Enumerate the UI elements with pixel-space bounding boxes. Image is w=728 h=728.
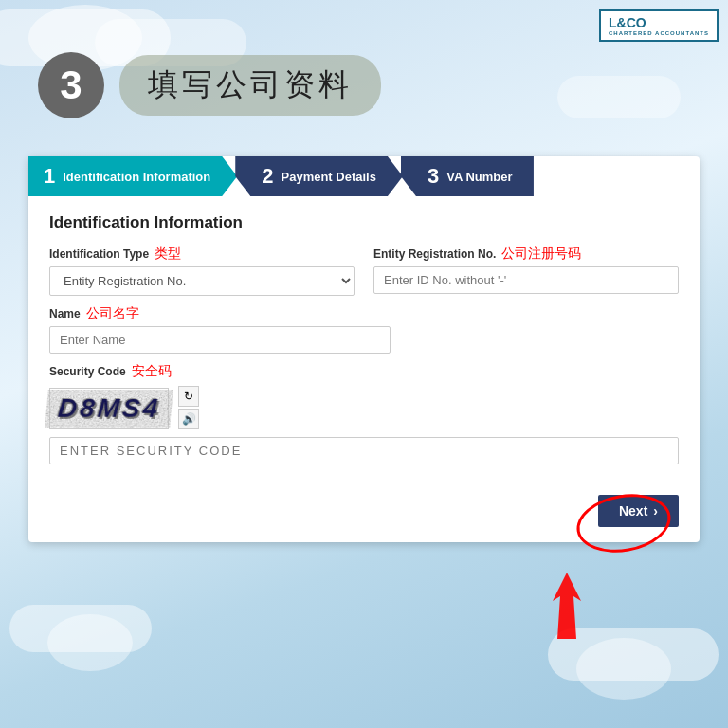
step-heading: 3 填写公司资料	[38, 52, 381, 118]
captcha-refresh-btn[interactable]: ↻	[178, 386, 199, 407]
form-body: Identification Information Identificatio…	[28, 196, 700, 485]
entity-reg-input[interactable]	[373, 266, 679, 294]
tab-payment[interactable]: 2 Payment Details	[235, 156, 403, 196]
form-row-1: Identification Type 类型 Entity Registrati…	[49, 246, 679, 296]
entity-reg-label: Entity Registration No. 公司注册号码	[373, 246, 679, 263]
security-code-section: Security Code 安全码 D8MS4 ↻ 🔊	[49, 363, 679, 464]
logo-text: L&CO	[609, 15, 709, 30]
security-annotation: 安全码	[132, 363, 172, 380]
tab-2-label: Payment Details	[282, 170, 376, 184]
entity-reg-annotation: 公司注册号码	[501, 246, 581, 263]
name-input[interactable]	[49, 326, 391, 354]
security-label: Security Code 安全码	[49, 363, 679, 380]
next-button[interactable]: Next ›	[598, 495, 679, 527]
tab-2-number: 2	[262, 164, 273, 189]
id-type-annotation: 类型	[155, 246, 181, 263]
form-card: 1 Identification Information 2 Payment D…	[28, 156, 700, 542]
id-type-select[interactable]: Entity Registration No. NRIC Passport	[49, 266, 355, 296]
captcha-image: D8MS4	[49, 388, 169, 429]
tab-va-number[interactable]: 3 VA Number	[401, 156, 534, 196]
entity-reg-group: Entity Registration No. 公司注册号码	[373, 246, 679, 296]
name-annotation: 公司名字	[86, 305, 139, 322]
captcha-icons: ↻ 🔊	[178, 386, 199, 429]
form-row-2: Name 公司名字	[49, 305, 679, 354]
form-title: Identification Information	[49, 213, 679, 232]
name-group: Name 公司名字	[49, 305, 391, 354]
step-number: 3	[38, 52, 104, 118]
tabs: 1 Identification Information 2 Payment D…	[28, 156, 700, 196]
logo-subtitle: CHARTERED ACCOUNTANTS	[609, 30, 709, 36]
name-label: Name 公司名字	[49, 305, 391, 322]
id-type-label: Identification Type 类型	[49, 246, 355, 263]
next-arrow-icon: ›	[653, 503, 658, 519]
captcha-audio-btn[interactable]: 🔊	[178, 409, 199, 429]
captcha-text: D8MS4	[57, 393, 162, 424]
tab-identification[interactable]: 1 Identification Information	[28, 156, 237, 196]
tab-1-label: Identification Information	[63, 170, 210, 184]
form-footer: Next ›	[28, 485, 700, 542]
tab-3-number: 3	[428, 164, 439, 189]
security-code-input[interactable]	[49, 437, 679, 464]
id-type-group: Identification Type 类型 Entity Registrati…	[49, 246, 355, 296]
captcha-row: D8MS4 ↻ 🔊	[49, 386, 679, 429]
logo: L&CO CHARTERED ACCOUNTANTS	[599, 9, 719, 42]
tab-3-label: VA Number	[446, 170, 512, 184]
tab-1-number: 1	[44, 164, 55, 189]
step-title: 填写公司资料	[119, 55, 381, 116]
